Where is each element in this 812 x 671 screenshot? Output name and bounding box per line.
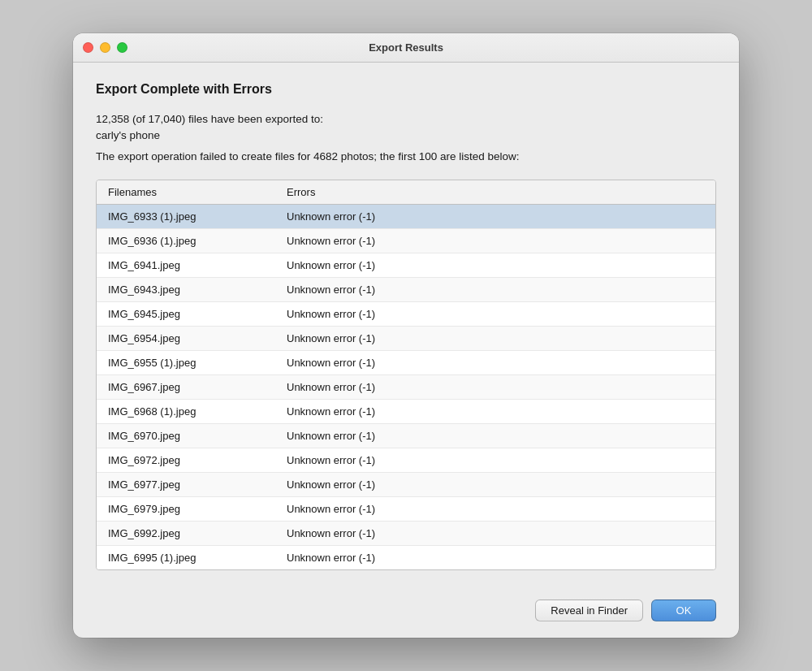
table-row[interactable]: IMG_6967.jpegUnknown error (-1)	[97, 375, 715, 400]
cell-error: Unknown error (-1)	[275, 424, 715, 448]
cell-error: Unknown error (-1)	[275, 253, 715, 278]
table-row[interactable]: IMG_6943.jpegUnknown error (-1)	[97, 278, 715, 302]
cell-filename: IMG_6992.jpeg	[97, 522, 275, 546]
table-row[interactable]: IMG_6954.jpegUnknown error (-1)	[97, 327, 715, 351]
export-heading: Export Complete with Errors	[96, 82, 716, 97]
cell-filename: IMG_6977.jpeg	[97, 473, 275, 497]
cell-error: Unknown error (-1)	[275, 229, 715, 253]
dialog-content: Export Complete with Errors 12,358 (of 1…	[73, 63, 739, 587]
table-row[interactable]: IMG_6955 (1).jpegUnknown error (-1)	[97, 351, 715, 375]
cell-error: Unknown error (-1)	[275, 522, 715, 546]
cell-filename: IMG_6972.jpeg	[97, 448, 275, 473]
ok-button[interactable]: OK	[651, 600, 716, 621]
cell-filename: IMG_6979.jpeg	[97, 497, 275, 522]
table-row[interactable]: IMG_6945.jpegUnknown error (-1)	[97, 302, 715, 327]
export-description: The export operation failed to create fi…	[96, 149, 716, 165]
cell-error: Unknown error (-1)	[275, 375, 715, 400]
cell-filename: IMG_6967.jpeg	[97, 375, 275, 400]
table-row[interactable]: IMG_6977.jpegUnknown error (-1)	[97, 473, 715, 497]
traffic-light-buttons	[83, 42, 127, 53]
cell-filename: IMG_6995 (1).jpeg	[97, 546, 275, 570]
table-body: IMG_6933 (1).jpegUnknown error (-1)IMG_6…	[97, 205, 715, 570]
error-table-container: Filenames Errors IMG_6933 (1).jpegUnknow…	[96, 180, 716, 570]
minimize-button[interactable]	[100, 42, 110, 53]
export-results-dialog: Export Results Export Complete with Erro…	[73, 33, 739, 639]
close-button[interactable]	[83, 42, 93, 53]
table-header-row: Filenames Errors	[97, 180, 715, 205]
cell-error: Unknown error (-1)	[275, 448, 715, 473]
table-row[interactable]: IMG_6941.jpegUnknown error (-1)	[97, 253, 715, 278]
cell-error: Unknown error (-1)	[275, 473, 715, 497]
cell-error: Unknown error (-1)	[275, 546, 715, 570]
cell-error: Unknown error (-1)	[275, 351, 715, 375]
cell-filename: IMG_6933 (1).jpeg	[97, 205, 275, 229]
summary-line2: carly's phone	[96, 129, 160, 141]
reveal-in-finder-button[interactable]: Reveal in Finder	[535, 600, 643, 621]
window-title: Export Results	[369, 41, 443, 54]
cell-filename: IMG_6941.jpeg	[97, 253, 275, 278]
cell-filename: IMG_6954.jpeg	[97, 327, 275, 351]
export-summary: 12,358 (of 17,040) files have been expor…	[96, 111, 716, 145]
table-row[interactable]: IMG_6970.jpegUnknown error (-1)	[97, 424, 715, 448]
dialog-footer: Reveal in Finder OK	[73, 587, 739, 638]
cell-error: Unknown error (-1)	[275, 205, 715, 229]
title-bar: Export Results	[73, 33, 739, 63]
table-row[interactable]: IMG_6933 (1).jpegUnknown error (-1)	[97, 205, 715, 229]
table-row[interactable]: IMG_6995 (1).jpegUnknown error (-1)	[97, 546, 715, 570]
column-header-filenames: Filenames	[97, 180, 275, 205]
cell-filename: IMG_6968 (1).jpeg	[97, 400, 275, 424]
cell-error: Unknown error (-1)	[275, 400, 715, 424]
cell-filename: IMG_6936 (1).jpeg	[97, 229, 275, 253]
cell-filename: IMG_6943.jpeg	[97, 278, 275, 302]
column-header-errors: Errors	[275, 180, 715, 205]
table-row[interactable]: IMG_6992.jpegUnknown error (-1)	[97, 522, 715, 546]
table-row[interactable]: IMG_6968 (1).jpegUnknown error (-1)	[97, 400, 715, 424]
table-row[interactable]: IMG_6972.jpegUnknown error (-1)	[97, 448, 715, 473]
cell-error: Unknown error (-1)	[275, 278, 715, 302]
summary-line1: 12,358 (of 17,040) files have been expor…	[96, 113, 323, 125]
table-row[interactable]: IMG_6936 (1).jpegUnknown error (-1)	[97, 229, 715, 253]
error-table: Filenames Errors IMG_6933 (1).jpegUnknow…	[97, 180, 715, 569]
maximize-button[interactable]	[117, 42, 127, 53]
cell-error: Unknown error (-1)	[275, 327, 715, 351]
cell-error: Unknown error (-1)	[275, 302, 715, 327]
cell-filename: IMG_6945.jpeg	[97, 302, 275, 327]
cell-error: Unknown error (-1)	[275, 497, 715, 522]
table-row[interactable]: IMG_6979.jpegUnknown error (-1)	[97, 497, 715, 522]
cell-filename: IMG_6970.jpeg	[97, 424, 275, 448]
cell-filename: IMG_6955 (1).jpeg	[97, 351, 275, 375]
